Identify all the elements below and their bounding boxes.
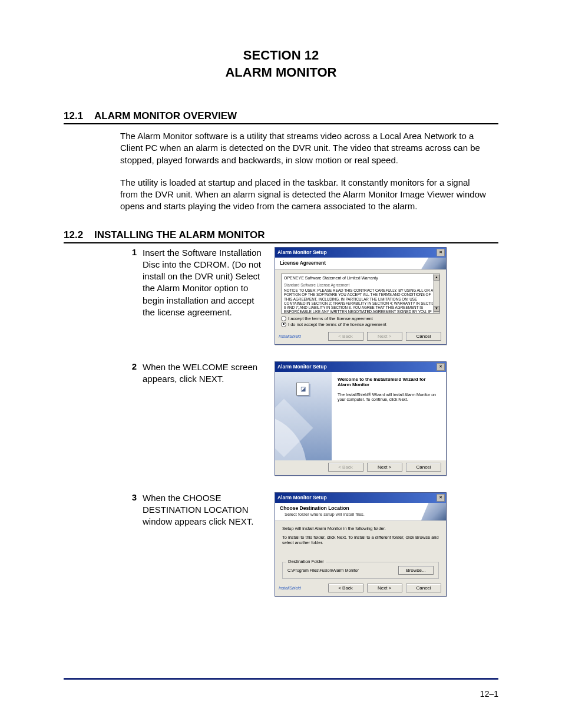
dialog-body: ◪ Welcome to the InstallShield Wizard fo… (275, 372, 446, 460)
dialog-subtitle: Choose Destination Location (280, 505, 442, 511)
dest-line2: To install to this folder, click Next. T… (282, 535, 439, 546)
step-figure-destination: Alarm Monitor Setup × Choose Destination… (275, 492, 498, 597)
cancel-button[interactable]: Cancel (406, 584, 441, 592)
welcome-title: Welcome to the InstallShield Wizard for … (338, 377, 440, 388)
warranty-line: OPENEYE Software Statement of Limited Wa… (284, 276, 438, 281)
back-button[interactable]: < Back (328, 463, 363, 472)
dialog-footer: InstallShield < Back Next > Cancel (275, 581, 446, 596)
step-figure-license: Alarm Monitor Setup × License Agreement … (275, 247, 498, 345)
welcome-text: The InstallShield® Wizard will install A… (338, 393, 440, 403)
next-button[interactable]: Next > (367, 584, 402, 592)
dialog-subdesc: Select folder where setup will install f… (285, 512, 442, 517)
subsection-12-2-header: 12.2 INSTALLING THE ALARM MONITOR (64, 229, 498, 243)
scroll-up-icon[interactable]: ▲ (434, 275, 439, 281)
subsection-12-1-body: The Alarm Monitor software is a utility … (120, 130, 487, 213)
subsection-title: INSTALLING THE ALARM MONITOR (94, 229, 265, 241)
step-text: When the WELCOME screen appears, click N… (143, 361, 275, 386)
paragraph: The utility is loaded at startup and pla… (120, 177, 487, 213)
step-text: When the CHOOSE DESTINATION LOCATION win… (143, 492, 275, 528)
dialog-titlebar: Alarm Monitor Setup × (275, 248, 446, 258)
dialog-titlebar: Alarm Monitor Setup × (275, 362, 446, 372)
dialog-footer: < Back Next > Cancel (275, 460, 446, 475)
dialog-title-text: Alarm Monitor Setup (277, 364, 327, 370)
step-text: Insert the Software Installation Disc in… (143, 247, 275, 319)
next-button[interactable]: Next > (367, 463, 402, 472)
dialog-subtitle: License Agreement (280, 260, 442, 266)
dialog-footer: InstallShield < Back Next > Cancel (275, 330, 446, 344)
back-button[interactable]: < Back (328, 584, 363, 592)
step-number: 2 (120, 361, 143, 371)
dest-line1: Setup will install Alarm Monitor in the … (282, 526, 439, 531)
dialog-subheader: License Agreement (275, 258, 446, 270)
subsection-12-1-header: 12.1 ALARM MONITOR OVERVIEW (64, 110, 498, 124)
license-text-box[interactable]: OPENEYE Software Statement of Limited Wa… (281, 274, 440, 314)
dialog-title-text: Alarm Monitor Setup (277, 495, 327, 500)
back-button[interactable]: < Back (328, 332, 363, 341)
welcome-main: Welcome to the InstallShield Wizard for … (332, 372, 446, 460)
dialog-destination: Alarm Monitor Setup × Choose Destination… (275, 492, 447, 597)
section-line1: SECTION 12 (64, 47, 498, 64)
step-row-3: 3 When the CHOOSE DESTINATION LOCATION w… (120, 492, 498, 597)
next-button[interactable]: Next > (367, 332, 402, 341)
section-heading: SECTION 12 ALARM MONITOR (64, 47, 498, 81)
step-row-1: 1 Insert the Software Installation Disc … (120, 247, 498, 345)
dialog-welcome: Alarm Monitor Setup × ◪ Welcome to the I… (275, 361, 447, 476)
subsection-number: 12.2 (64, 229, 94, 241)
destination-path: C:\Program Files\Fusion\Alarm Monitor (287, 568, 359, 572)
close-icon[interactable]: × (437, 363, 445, 371)
step-number: 1 (120, 247, 143, 257)
radio-label: I do not accept the terms of the license… (288, 322, 386, 327)
license-notice: NOTICE TO USER: PLEASE READ THIS CONTRAC… (284, 288, 438, 313)
step-number: 3 (120, 492, 143, 502)
license-radio-group: I accept the terms of the license agreem… (281, 316, 440, 327)
scroll-down-icon[interactable]: ▼ (434, 306, 439, 312)
radio-accept[interactable]: I accept the terms of the license agreem… (281, 316, 440, 321)
paragraph: The Alarm Monitor software is a utility … (120, 130, 487, 166)
close-icon[interactable]: × (437, 249, 445, 256)
install-steps: 1 Insert the Software Installation Disc … (120, 247, 498, 597)
close-icon[interactable]: × (437, 494, 445, 502)
radio-reject[interactable]: I do not accept the terms of the license… (281, 322, 440, 327)
installshield-label: InstallShield (279, 586, 301, 590)
dialog-license-agreement: Alarm Monitor Setup × License Agreement … (275, 247, 447, 345)
subsection-number: 12.1 (64, 110, 94, 122)
page-number: 12–1 (480, 689, 498, 699)
step-row-2: 2 When the WELCOME screen appears, click… (120, 361, 498, 476)
welcome-side-graphic: ◪ (275, 372, 332, 460)
group-legend: Destination Folder (286, 559, 326, 564)
manual-page: SECTION 12 ALARM MONITOR 12.1 ALARM MONI… (0, 0, 562, 728)
radio-label: I accept the terms of the license agreem… (288, 316, 373, 321)
installshield-label: InstallShield (279, 334, 301, 338)
dialog-titlebar: Alarm Monitor Setup × (275, 493, 446, 503)
package-icon: ◪ (296, 383, 309, 396)
destination-folder-group: Destination Folder C:\Program Files\Fusi… (282, 562, 439, 579)
step-figure-welcome: Alarm Monitor Setup × ◪ Welcome to the I… (275, 361, 498, 476)
dialog-subheader: Choose Destination Location Select folde… (275, 503, 446, 521)
cancel-button[interactable]: Cancel (406, 463, 441, 472)
dialog-body: Setup will install Alarm Monitor in the … (275, 521, 446, 582)
cancel-button[interactable]: Cancel (406, 332, 441, 341)
browse-button[interactable]: Browse... (398, 566, 434, 575)
dialog-title-text: Alarm Monitor Setup (277, 249, 327, 255)
dialog-body: OPENEYE Software Statement of Limited Wa… (275, 270, 446, 330)
scrollbar[interactable]: ▲ ▼ (433, 274, 439, 313)
radio-icon (281, 316, 286, 321)
sla-line: Standard Software License Agreement (284, 283, 438, 287)
section-line2: ALARM MONITOR (64, 64, 498, 81)
radio-icon (281, 322, 286, 327)
footer-rule (64, 678, 498, 680)
subsection-title: ALARM MONITOR OVERVIEW (94, 110, 237, 122)
